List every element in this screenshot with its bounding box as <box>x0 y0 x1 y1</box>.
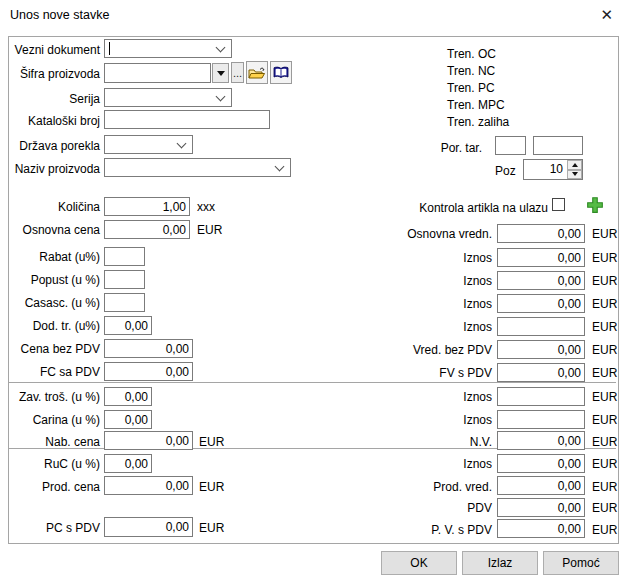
por-tar-label: Por. tar. <box>436 141 482 155</box>
ok-button[interactable]: OK <box>381 551 457 575</box>
fc-sa-pdv-input[interactable] <box>104 362 193 381</box>
chevron-down-icon <box>275 162 285 172</box>
dialog-unos-nove-stavke: Unos nove stavke ✕ Vezni dokument Šifra … <box>0 0 626 582</box>
vezni-dokument-label: Vezni dokument <box>10 43 100 57</box>
naziv-proizvoda-label: Naziv proizvoda <box>10 162 100 176</box>
vred-bez-pdv-label: Vred. bez PDV <box>330 343 492 357</box>
prod-vred-input[interactable] <box>497 476 585 495</box>
iznos-6-input[interactable] <box>497 410 585 429</box>
izlaz-button[interactable]: Izlaz <box>462 551 538 575</box>
dropdown-arrow-icon <box>217 71 225 76</box>
spin-up-icon <box>572 163 578 167</box>
cena-bez-pdv-input[interactable] <box>104 339 193 358</box>
prod-vred-currency-label: EUR <box>592 480 617 494</box>
osnovna-cena-label: Osnovna cena <box>10 223 100 237</box>
iznos-6-label: Iznos <box>330 413 492 427</box>
spin-up-button[interactable] <box>567 160 582 170</box>
poz-spinner[interactable]: 10 <box>523 159 583 180</box>
iznos-2-input[interactable] <box>497 271 585 290</box>
iznos-7-currency-label: EUR <box>592 457 617 471</box>
nab-cena-input[interactable] <box>104 431 193 450</box>
iznos-4-input[interactable] <box>497 317 585 336</box>
pomoc-button[interactable]: Pomoć <box>543 551 619 575</box>
sifra-proizvoda-input[interactable] <box>104 63 211 83</box>
pdv-label: PDV <box>330 501 492 515</box>
pv-s-pdv-label: P. V. s PDV <box>330 523 492 537</box>
pc-s-pdv-input[interactable] <box>104 517 193 537</box>
tren-zaliha-label: Tren. zaliha <box>447 115 509 129</box>
close-icon[interactable]: ✕ <box>600 6 613 24</box>
iznos-6-currency-label: EUR <box>592 413 617 427</box>
dod-tr-input[interactable] <box>104 316 152 335</box>
zav-tros-input[interactable] <box>104 387 152 406</box>
pdv-currency-label: EUR <box>592 501 617 515</box>
iznos-7-input[interactable] <box>497 454 585 473</box>
tren-pc-label: Tren. PC <box>447 81 495 95</box>
sifra-catalog-button[interactable] <box>270 61 292 84</box>
iznos-5-currency-label: EUR <box>592 390 617 404</box>
prod-cena-input[interactable] <box>104 476 193 495</box>
kataloski-broj-label: Kataloški broj <box>10 114 100 128</box>
chevron-down-icon <box>216 43 226 53</box>
spin-down-button[interactable] <box>567 170 582 180</box>
iznos-2-currency-label: EUR <box>592 274 617 288</box>
osnovna-vredn-label: Osnovna vredn. <box>330 227 492 241</box>
prod-cena-label: Prod. cena <box>10 480 100 494</box>
por-tar-input-2[interactable] <box>533 136 583 155</box>
iznos-1-input[interactable] <box>497 248 585 267</box>
kontrola-artikla-checkbox[interactable] <box>552 198 565 211</box>
kataloski-broj-input[interactable] <box>104 110 270 129</box>
add-item-button[interactable] <box>586 196 604 214</box>
carina-label: Carina (u %) <box>10 413 100 427</box>
sifra-proizvoda-label: Šifra proizvoda <box>10 67 100 81</box>
text-caret <box>109 42 110 55</box>
nv-input[interactable] <box>497 431 585 450</box>
osnovna-cena-currency-label: EUR <box>197 223 222 237</box>
casasc-input[interactable] <box>104 293 145 312</box>
naziv-proizvoda-combobox[interactable] <box>104 158 291 177</box>
dod-tr-label: Dod. tr. (u%) <box>10 319 100 333</box>
iznos-2-label: Iznos <box>330 274 492 288</box>
section-divider-1 <box>9 382 616 383</box>
osnovna-cena-input[interactable] <box>104 220 190 239</box>
fv-s-pdv-input[interactable] <box>497 363 585 382</box>
sifra-browse-dots-button[interactable]: ... <box>231 62 244 83</box>
carina-input[interactable] <box>104 410 152 429</box>
pc-s-pdv-label: PC s PDV <box>10 521 100 535</box>
iznos-1-label: Iznos <box>330 251 492 265</box>
poz-value: 10 <box>550 162 563 176</box>
popust-input[interactable] <box>104 270 145 289</box>
tren-oc-label: Tren. OC <box>447 47 496 61</box>
iznos-7-label: Iznos <box>330 457 492 471</box>
por-tar-input-1[interactable] <box>495 136 526 155</box>
kontrola-artikla-label: Kontrola artikla na ulazu <box>330 201 548 215</box>
rabat-input[interactable] <box>104 247 145 266</box>
iznos-1-currency-label: EUR <box>592 251 617 265</box>
iznos-3-label: Iznos <box>330 297 492 311</box>
iznos-5-input[interactable] <box>497 387 585 406</box>
iznos-3-input[interactable] <box>497 294 585 313</box>
pv-s-pdv-input[interactable] <box>497 519 585 538</box>
kolicina-label: Količina <box>10 200 100 214</box>
osnovna-vredn-input[interactable] <box>497 224 585 243</box>
kolicina-input[interactable] <box>104 197 190 216</box>
serija-combobox[interactable] <box>104 88 232 107</box>
casasc-label: Casasc. (u %) <box>10 296 100 310</box>
vezni-dokument-combobox[interactable] <box>104 39 232 58</box>
tren-mpc-label: Tren. MPC <box>447 98 505 112</box>
vred-bez-pdv-currency-label: EUR <box>592 343 617 357</box>
fc-sa-pdv-label: FC sa PDV <box>10 365 100 379</box>
fv-s-pdv-label: FV s PDV <box>330 366 492 380</box>
sifra-open-button[interactable] <box>246 61 268 84</box>
serija-label: Serija <box>10 92 100 106</box>
drzava-porekla-combobox[interactable] <box>104 135 193 154</box>
iznos-4-currency-label: EUR <box>592 320 617 334</box>
nv-currency-label: EUR <box>592 435 617 449</box>
cena-bez-pdv-label: Cena bez PDV <box>10 342 100 356</box>
ruc-label: RuC (u %) <box>10 457 100 471</box>
vred-bez-pdv-input[interactable] <box>497 340 585 359</box>
sifra-dropdown-button[interactable] <box>212 63 229 83</box>
rabat-label: Rabat (u%) <box>10 250 100 264</box>
ruc-input[interactable] <box>104 454 152 473</box>
pdv-input[interactable] <box>497 498 585 517</box>
